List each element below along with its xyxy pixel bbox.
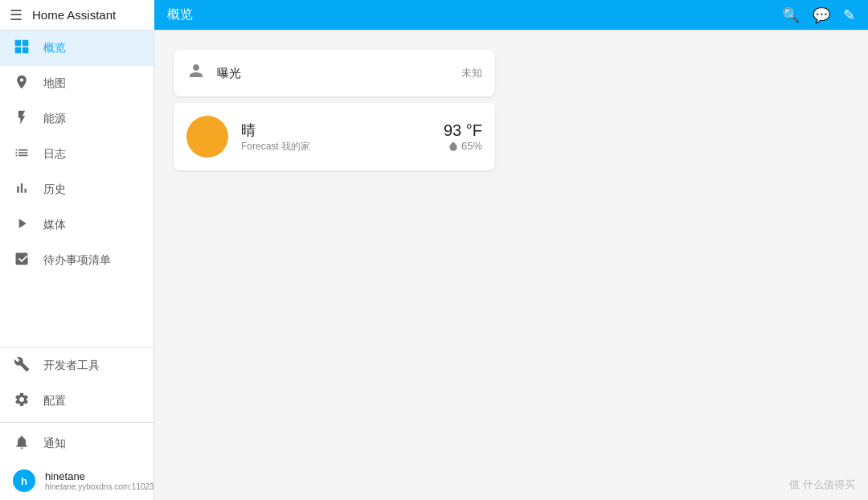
user-avatar: h [13, 469, 35, 492]
sidebar-item-config[interactable]: 配置 [0, 383, 154, 419]
app-bar-actions: 🔍 💬 ✎ [782, 6, 855, 24]
sidebar-item-energy[interactable]: 能源 [0, 101, 154, 137]
overview-icon [13, 39, 31, 59]
sidebar: 概览 地图 能源 日志 [0, 31, 154, 500]
sidebar-item-media[interactable]: 媒体 [0, 207, 154, 243]
svg-rect-3 [23, 47, 29, 53]
weather-info: 晴 Forecast 我的家 [241, 121, 431, 154]
user-name: hinetane [45, 470, 154, 482]
cards-area: 曝光 未知 晴 Forecast 我的家 93 °F 65% [174, 50, 495, 170]
person-name: 曝光 [217, 66, 450, 81]
page-title: 概览 [167, 6, 193, 23]
sidebar-item-logs[interactable]: 日志 [0, 137, 154, 172]
user-url: hinetane.yyboxdns.com:11023/lovelace [45, 482, 154, 491]
person-icon [186, 61, 206, 85]
user-info: hinetane hinetane.yyboxdns.com:11023/lov… [45, 470, 154, 491]
sidebar-bottom: 开发者工具 配置 通知 h hinetane [0, 347, 154, 500]
todo-icon [13, 251, 31, 271]
weather-temp-area: 93 °F 65% [444, 121, 482, 152]
sidebar-label-logs: 日志 [43, 147, 66, 162]
map-icon [13, 74, 31, 94]
app-title: Home Assistant [32, 8, 116, 22]
sun-icon [186, 116, 228, 158]
sidebar-item-dev-tools[interactable]: 开发者工具 [0, 348, 154, 383]
chat-icon[interactable]: 💬 [813, 6, 830, 24]
media-icon [13, 215, 31, 236]
sidebar-label-todo: 待办事项清单 [43, 253, 111, 268]
history-icon [13, 180, 31, 200]
humidity-value: 65% [461, 140, 482, 152]
dev-tools-icon [13, 356, 31, 376]
sidebar-label-overview: 概览 [43, 41, 66, 55]
sidebar-item-overview[interactable]: 概览 [0, 31, 154, 66]
search-icon[interactable]: 🔍 [782, 6, 800, 24]
user-row[interactable]: h hinetane hinetane.yyboxdns.com:11023/l… [0, 461, 154, 500]
layout: 概览 地图 能源 日志 [0, 31, 868, 500]
weather-humidity: 65% [444, 140, 482, 152]
sidebar-item-history[interactable]: 历史 [0, 172, 154, 207]
menu-icon[interactable]: ☰ [10, 6, 23, 24]
watermark: 值 什么值得买 [789, 477, 855, 492]
sidebar-item-notifications[interactable]: 通知 [0, 426, 154, 461]
person-status: 未知 [461, 66, 482, 80]
energy-icon [13, 109, 31, 129]
sidebar-label-media: 媒体 [43, 218, 66, 232]
app-bar-left: ☰ Home Assistant [0, 6, 154, 24]
notifications-icon [13, 434, 31, 454]
sidebar-item-todo[interactable]: 待办事项清单 [0, 243, 154, 278]
svg-rect-2 [15, 47, 22, 53]
sidebar-label-energy: 能源 [43, 112, 66, 126]
sidebar-label-dev-tools: 开发者工具 [43, 359, 100, 373]
main-content: 曝光 未知 晴 Forecast 我的家 93 °F 65% [154, 31, 868, 500]
sidebar-item-map[interactable]: 地图 [0, 66, 154, 101]
weather-card[interactable]: 晴 Forecast 我的家 93 °F 65% [174, 103, 495, 170]
sidebar-spacer [0, 278, 154, 347]
edit-icon[interactable]: ✎ [843, 6, 855, 24]
logs-icon [13, 145, 31, 165]
weather-condition: 晴 [241, 121, 431, 140]
app-bar: ☰ Home Assistant 概览 🔍 💬 ✎ [0, 0, 868, 31]
weather-temperature: 93 °F [444, 121, 482, 140]
svg-rect-0 [15, 39, 22, 46]
sidebar-label-map: 地图 [43, 76, 66, 91]
svg-rect-1 [23, 39, 29, 46]
sidebar-label-notifications: 通知 [43, 436, 66, 451]
sidebar-label-history: 历史 [43, 182, 66, 197]
weather-location: Forecast 我的家 [241, 140, 431, 154]
sidebar-nav: 概览 地图 能源 日志 [0, 31, 154, 278]
person-card[interactable]: 曝光 未知 [174, 50, 495, 96]
sidebar-divider [0, 422, 154, 423]
app-bar-main: 概览 🔍 💬 ✎ [154, 0, 868, 30]
config-icon [13, 391, 31, 412]
sidebar-label-config: 配置 [43, 394, 66, 408]
